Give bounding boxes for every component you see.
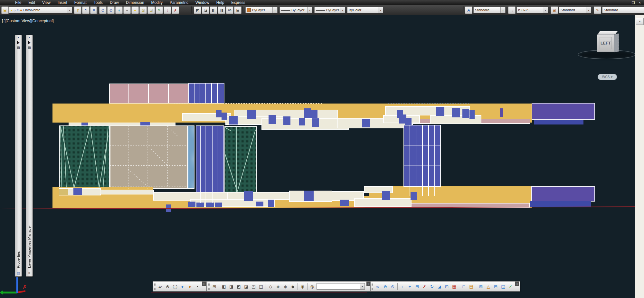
close-icon[interactable]: × <box>17 36 19 39</box>
layer-match-button[interactable]: ✎ <box>156 6 163 14</box>
palette-menu-icon[interactable]: ▤ <box>28 46 31 49</box>
cad-line[interactable] <box>194 83 194 104</box>
cad-line[interactable] <box>428 125 429 196</box>
cad-line[interactable] <box>110 165 188 166</box>
cad-entity[interactable] <box>405 118 412 125</box>
check-button[interactable]: ✓ <box>507 283 514 290</box>
subtract-button[interactable]: ⊖ <box>382 283 389 290</box>
layer-unlock-icon[interactable]: ⊙ <box>17 8 19 12</box>
menu-item-window[interactable]: Window <box>192 0 213 5</box>
cad-entity[interactable] <box>304 108 311 118</box>
palette-properties[interactable]: × ▸ ▤ Properties ▤ <box>15 35 22 277</box>
cad-entity[interactable] <box>73 188 82 195</box>
left-view-button[interactable]: ◩ <box>235 283 242 290</box>
cad-entity[interactable] <box>196 203 204 207</box>
conceptual-style-button[interactable]: ● <box>186 283 194 290</box>
cad-line[interactable] <box>403 165 441 165</box>
cad-entity[interactable] <box>469 110 475 119</box>
layer-freeze-button[interactable]: ∗ <box>115 6 123 14</box>
chevron-down-icon[interactable]: ▾ <box>378 7 383 13</box>
cad-line[interactable] <box>168 84 169 104</box>
clean-button[interactable]: △ <box>485 283 492 290</box>
lineweight-combo[interactable]: ——— ByLayer ▾ <box>314 7 345 13</box>
cad-entity[interactable] <box>340 200 349 206</box>
viewcube-side-face[interactable] <box>614 34 619 53</box>
mleaderstyle-combo[interactable]: Standard <box>602 7 644 13</box>
viewport-controls-label[interactable]: [-][Custom View][Conceptual] <box>2 19 54 23</box>
offset-faces-button[interactable]: ⊞ <box>413 283 421 290</box>
cad-entity[interactable] <box>436 107 444 116</box>
close-toolbar-button[interactable]: × <box>366 282 370 286</box>
restore-button[interactable]: ❏ <box>632 0 635 5</box>
cad-line[interactable] <box>151 292 367 293</box>
cad-line[interactable] <box>129 126 129 189</box>
layer-update-button[interactable]: ↻ <box>82 6 90 14</box>
draworder-send-to-back-button[interactable]: ◪ <box>202 6 209 14</box>
cad-entity[interactable] <box>188 125 194 189</box>
menu-item-view[interactable]: View <box>39 0 54 5</box>
cad-line[interactable] <box>147 126 147 189</box>
layer-merge-button[interactable]: ↓ <box>164 6 171 14</box>
palette-menu-icon[interactable]: ▤ <box>17 46 20 49</box>
menu-item-dimension[interactable]: Dimension <box>122 0 148 5</box>
cad-line[interactable] <box>388 104 470 104</box>
cad-entity[interactable] <box>311 110 317 118</box>
imprint-button[interactable]: ⊠ <box>477 283 485 290</box>
menu-item-insert[interactable]: Insert <box>54 0 71 5</box>
cad-line[interactable] <box>434 125 435 196</box>
chevron-down-icon[interactable]: ▾ <box>67 7 72 13</box>
vertical-scrollbar[interactable]: ▲ <box>635 15 644 298</box>
menu-item-edit[interactable]: Edit <box>25 0 39 5</box>
menu-item-express[interactable]: Express <box>228 0 249 5</box>
color-edges-button[interactable]: ▤ <box>468 283 475 290</box>
cad-entity[interactable] <box>256 202 263 206</box>
draworder-bring-above-button[interactable]: ◧ <box>210 6 217 14</box>
cad-line[interactable] <box>174 103 322 104</box>
layer-color-swatch[interactable]: ■ <box>20 8 22 12</box>
top-view-button[interactable]: ◧ <box>220 283 228 290</box>
shell-button[interactable]: ◱ <box>499 283 507 290</box>
cad-entity[interactable] <box>500 108 503 117</box>
tablestyle-combo[interactable]: Standard ▾ <box>559 7 591 13</box>
cad-entity[interactable] <box>206 203 214 207</box>
cad-line[interactable] <box>205 125 205 203</box>
cad-entity[interactable] <box>247 110 256 119</box>
linetype-combo[interactable]: ——— ByLayer ▾ <box>279 7 312 13</box>
right-view-button[interactable]: ◪ <box>242 283 250 290</box>
menu-item-file[interactable]: File <box>12 0 25 5</box>
realistic-style-button[interactable]: ● <box>179 283 186 290</box>
cad-entity[interactable] <box>283 116 290 125</box>
cad-line[interactable] <box>410 125 410 196</box>
cad-entity[interactable] <box>188 202 195 207</box>
textstyle-combo[interactable]: Standard ▾ <box>473 7 506 13</box>
cad-line[interactable] <box>200 83 200 104</box>
cad-line[interactable] <box>205 83 206 104</box>
chevron-down-icon[interactable]: ▾ <box>543 7 548 13</box>
color-faces-button[interactable]: ▦ <box>450 283 458 290</box>
cad-entity[interactable] <box>244 191 253 201</box>
wcs-dropdown[interactable]: WCS ▾ <box>598 74 617 80</box>
cad-entity[interactable] <box>229 116 238 124</box>
cad-entity[interactable] <box>312 118 319 127</box>
cad-line[interactable] <box>422 125 423 196</box>
multileader-style-button[interactable]: ✎ <box>594 6 601 14</box>
cad-entity[interactable] <box>532 103 595 120</box>
cad-line[interactable] <box>217 125 217 203</box>
ne-isometric-button[interactable]: ◆ <box>282 283 289 290</box>
cad-entity[interactable] <box>382 191 390 200</box>
plotstyle-combo[interactable]: ByColor ▾ <box>347 7 383 13</box>
cad-entity[interactable] <box>224 126 257 193</box>
draworder-bring-to-front-button[interactable]: ◩ <box>194 6 201 14</box>
dimension-style-button[interactable]: ↔ <box>508 6 516 14</box>
cad-entity[interactable] <box>100 190 154 194</box>
table-style-button[interactable]: ⊞ <box>551 6 558 14</box>
cad-entity[interactable] <box>109 84 189 104</box>
3d-wireframe-button[interactable]: ⊗ <box>164 283 171 290</box>
2d-wireframe-button[interactable]: ▱ <box>156 283 164 290</box>
layer-on-icon[interactable]: ● <box>11 8 13 12</box>
cad-line[interactable] <box>236 127 237 192</box>
create-camera-button[interactable]: ◉ <box>299 283 306 290</box>
extrude-faces-button[interactable]: ↑ <box>399 283 406 290</box>
cad-entity[interactable] <box>216 110 222 117</box>
layer-unlock-button[interactable]: ⊡ <box>147 6 155 14</box>
